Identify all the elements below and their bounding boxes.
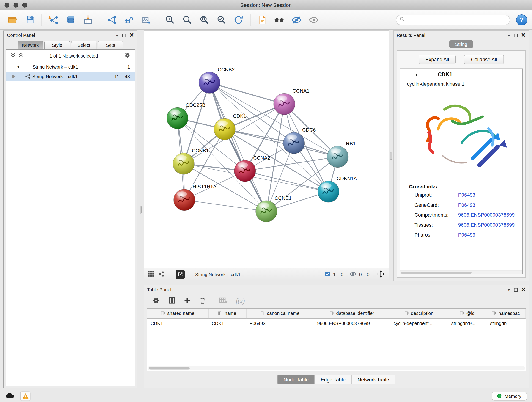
protein-card-header[interactable]: ▼ CDK1 <box>400 69 522 80</box>
zoom-in-button[interactable] <box>162 12 178 27</box>
float-panel-icon[interactable] <box>122 33 126 37</box>
vertical-splitter[interactable] <box>389 31 393 281</box>
memory-button[interactable]: Memory <box>492 392 527 401</box>
table-row[interactable]: CDK1 CDK1 P06493 9606.ENSP00000378699 cy… <box>147 318 525 328</box>
network-node-CDC6[interactable]: CDC6 <box>283 127 316 153</box>
tab-sets[interactable]: Sets <box>98 41 123 49</box>
genecard-link[interactable]: P06493 <box>458 202 523 208</box>
expand-all-tree-icon[interactable] <box>10 52 16 59</box>
uniprot-link[interactable]: P06493 <box>458 192 523 198</box>
panel-menu-icon[interactable]: ▾ <box>508 287 510 292</box>
function-builder-label: f(x) <box>236 298 245 305</box>
cloud-status-icon[interactable] <box>5 392 15 400</box>
clone-network-button[interactable] <box>121 12 137 27</box>
tab-node-table[interactable]: Node Table <box>277 375 315 384</box>
collapse-collection-icon[interactable]: ▼ <box>17 65 20 69</box>
import-network-database-button[interactable] <box>63 12 79 27</box>
network-panel-body: 1 of 1 Network selected ▼ String Network… <box>6 49 135 386</box>
open-session-button[interactable] <box>5 12 21 27</box>
zoom-out-button[interactable] <box>179 12 195 27</box>
column-header[interactable]: description <box>390 309 448 318</box>
export-image-button[interactable] <box>138 12 154 27</box>
compartments-link[interactable]: 9606.ENSP00000378699 <box>458 212 523 218</box>
vertical-splitter[interactable] <box>138 31 144 389</box>
search-input[interactable] <box>407 17 506 22</box>
tab-style[interactable]: Style <box>44 41 70 49</box>
global-search-field[interactable] <box>396 15 510 25</box>
table-options-gear-icon[interactable] <box>152 297 160 306</box>
collection-count: 1 <box>127 64 130 70</box>
grid-view-icon[interactable] <box>148 271 154 278</box>
help-button[interactable]: ? <box>516 14 527 25</box>
tissues-link[interactable]: 9606.ENSP00000378699 <box>458 222 523 228</box>
apply-layout-button[interactable] <box>231 12 247 27</box>
add-column-icon[interactable] <box>184 297 191 305</box>
node-label: CDC25B <box>186 102 205 108</box>
protein-card: ▼ CDK1 cyclin-dependent kinase 1 <box>400 69 523 274</box>
tab-string[interactable]: String <box>449 40 473 48</box>
close-panel-icon[interactable]: ✕ <box>129 32 134 38</box>
network-birdseye-icon[interactable] <box>158 271 164 278</box>
column-header[interactable]: shared name <box>147 309 208 318</box>
panel-menu-icon[interactable]: ▾ <box>116 33 118 38</box>
column-header[interactable]: namespac <box>487 309 525 318</box>
zoom-selected-button[interactable] <box>214 12 229 27</box>
string-home-button[interactable] <box>272 12 287 27</box>
show-all-button[interactable] <box>306 12 322 27</box>
float-panel-icon[interactable] <box>514 288 518 291</box>
results-panel-title: Results Panel <box>397 33 425 38</box>
close-window-button[interactable] <box>5 3 9 7</box>
import-table-file-button[interactable] <box>80 12 96 27</box>
column-header[interactable]: database identifier <box>314 309 390 318</box>
tab-network[interactable]: Network <box>18 41 43 49</box>
new-network-button[interactable] <box>104 12 120 27</box>
node-label: CCNB1 <box>192 148 209 153</box>
table-horizontal-scrollbar[interactable] <box>148 366 525 370</box>
network-node-CDK1[interactable]: CDK1 <box>214 113 246 140</box>
open-document-button[interactable] <box>254 12 270 27</box>
import-network-file-button[interactable] <box>46 12 62 27</box>
expand-all-button[interactable]: Expand All <box>418 55 456 64</box>
hidden-eye-slash-icon[interactable] <box>349 270 356 279</box>
document-icon <box>258 15 267 25</box>
network-canvas[interactable]: CCNB2CCNA1CDC25BCDK1CDC6RB1CCNB1CCNA2CDK… <box>144 31 389 268</box>
column-header[interactable]: @id <box>448 309 487 318</box>
pharos-link[interactable]: P06493 <box>458 232 523 238</box>
zoom-window-button[interactable] <box>22 3 27 7</box>
network-node-CCNB1[interactable]: CCNB1 <box>173 148 209 174</box>
panel-menu-icon[interactable]: ▾ <box>508 33 510 38</box>
network-node-RB1[interactable]: RB1 <box>327 141 355 167</box>
network-node-CDKN1A[interactable]: CDKN1A <box>318 176 357 202</box>
network-node-CCNB2[interactable]: CCNB2 <box>199 67 235 93</box>
tab-select[interactable]: Select <box>71 41 97 49</box>
network-options-gear-icon[interactable] <box>124 52 131 60</box>
network-node-count: 11 <box>114 74 119 79</box>
column-header[interactable]: name <box>208 309 246 318</box>
float-panel-icon[interactable] <box>514 33 518 37</box>
zoom-in-icon <box>165 15 175 25</box>
minimize-window-button[interactable] <box>13 3 18 7</box>
warnings-button[interactable] <box>20 391 31 401</box>
open-in-new-window-button[interactable] <box>176 270 185 279</box>
close-panel-icon[interactable]: ✕ <box>521 32 526 38</box>
hide-unselected-button[interactable] <box>289 12 304 27</box>
collapse-all-tree-icon[interactable] <box>18 52 24 59</box>
delete-column-trash-icon[interactable] <box>199 297 206 306</box>
tab-network-table[interactable]: Network Table <box>351 375 395 384</box>
protein-name: CDK1 <box>438 71 452 78</box>
save-session-button[interactable] <box>22 12 38 27</box>
network-row-selected[interactable]: String Network – cdk1 11 48 <box>6 71 135 81</box>
network-node-CCNA1[interactable]: CCNA1 <box>273 88 310 115</box>
collapse-section-icon[interactable]: ▼ <box>414 72 418 77</box>
results-horizontal-scrollbar[interactable] <box>400 271 522 274</box>
collapse-all-button[interactable]: Collapse All <box>464 55 504 64</box>
fit-content-crosshair-icon[interactable] <box>377 270 385 279</box>
close-panel-icon[interactable]: ✕ <box>521 287 526 293</box>
zoom-fit-button[interactable] <box>196 12 212 27</box>
network-collection-row[interactable]: ▼ String Network – cdk1 1 <box>6 62 135 71</box>
network-node-HIST1H1A[interactable]: HIST1H1A <box>174 184 216 211</box>
show-columns-icon[interactable] <box>168 297 176 306</box>
selected-checkbox-icon[interactable] <box>325 271 330 278</box>
tab-edge-table[interactable]: Edge Table <box>315 375 352 384</box>
column-header[interactable]: canonical name <box>246 309 314 318</box>
